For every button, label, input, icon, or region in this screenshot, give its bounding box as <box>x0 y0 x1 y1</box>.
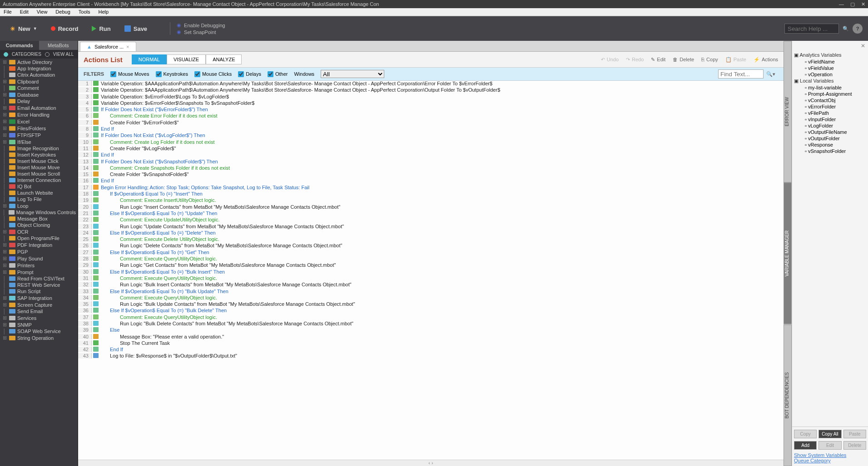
filter-keystrokes[interactable]: Keystrokes <box>156 71 188 77</box>
close-panel-icon[interactable]: ✕ <box>861 43 865 49</box>
sidebar-item[interactable]: ⊞Screen Capture <box>0 301 78 308</box>
sidebar-item[interactable]: │Delay <box>0 98 78 104</box>
mode-visualize[interactable]: VISUALIZE <box>167 54 206 64</box>
tab-bot-dependencies[interactable]: BOT DEPENDENCIES <box>784 324 792 466</box>
code-line[interactable]: 41Stop The Current Task <box>78 340 784 347</box>
sidebar-item[interactable]: │Message Box <box>0 216 78 222</box>
undo-button[interactable]: ↶ Undo <box>601 57 619 63</box>
code-line[interactable]: 27Else If $vOperation$ Equal To (=) "Get… <box>78 250 784 256</box>
sidebar-item[interactable]: │Insert Mouse Scroll <box>0 171 78 177</box>
sidebar-item[interactable]: │Launch Website <box>0 190 78 196</box>
code-line[interactable]: 38Run Logic "Bulk Delete Contacts" from … <box>78 321 784 327</box>
code-line[interactable]: 21Else If $vOperation$ Equal To (=) "Upd… <box>78 211 784 217</box>
code-line[interactable]: 12End If <box>78 152 784 158</box>
code-line[interactable]: 35Run Logic "Bulk Update Contacts" from … <box>78 301 784 308</box>
filter-other[interactable]: Other <box>268 71 288 77</box>
sidebar-item[interactable]: ⊞Email Automation <box>0 104 78 111</box>
code-line[interactable]: 8End If <box>78 126 784 132</box>
tab-commands[interactable]: Commands <box>0 41 39 50</box>
var-add-button[interactable]: Add <box>794 441 817 450</box>
code-line[interactable]: 36Else If $vOperation$ Equal To (=) "Bul… <box>78 308 784 314</box>
search-icon[interactable]: 🔍 <box>843 26 849 32</box>
menu-view[interactable]: View <box>37 9 48 15</box>
var-copy-button[interactable]: Copy <box>794 430 817 438</box>
new-button[interactable]: ☀New▼ <box>5 24 42 34</box>
maximize-icon[interactable]: ▢ <box>850 1 855 7</box>
find-icon[interactable]: 🔍▾ <box>764 71 778 77</box>
var-edit-button[interactable]: Edit <box>818 441 841 450</box>
paste-button[interactable]: 📋 Paste <box>725 57 746 63</box>
show-system-variables-link[interactable]: Show System Variables <box>794 452 866 458</box>
sidebar-item[interactable]: │Object Cloning <box>0 222 78 228</box>
variable-item[interactable]: ▫ vOutputFolder <box>794 135 866 142</box>
sidebar-item[interactable]: │App Integration <box>0 65 78 72</box>
code-line[interactable]: 3Variable Operation: $vErrorFolder$\Logs… <box>78 94 784 100</box>
variable-item[interactable]: ▫ vResponse <box>794 142 866 148</box>
sidebar-item[interactable]: ⊞If/Else <box>0 138 78 145</box>
menu-tools[interactable]: Tools <box>79 9 90 15</box>
local-variables-group[interactable]: ▣ Local Variables <box>794 78 866 84</box>
sidebar-item[interactable]: │IQ Bot <box>0 183 78 190</box>
filter-delays[interactable]: Delays <box>238 71 261 77</box>
sidebar-item[interactable]: ⊞Error Handling <box>0 111 78 118</box>
menu-edit[interactable]: Edit <box>20 9 29 15</box>
mode-normal[interactable]: NORMAL <box>132 54 167 64</box>
filter-mouse-clicks[interactable]: Mouse Clicks <box>194 71 232 77</box>
code-line[interactable]: 16End If <box>78 178 784 184</box>
close-tab-icon[interactable]: × <box>126 44 129 49</box>
code-line[interactable]: 19Comment: Execute InsertUtilityObject l… <box>78 197 784 204</box>
sidebar-item[interactable]: │Comment <box>0 85 78 91</box>
code-line[interactable]: 42End If <box>78 347 784 353</box>
queue-category-link[interactable]: Queue Category <box>794 458 866 463</box>
tab-metabots[interactable]: MetaBots <box>39 41 78 50</box>
variable-item[interactable]: ▫ vOutputFileName <box>794 129 866 135</box>
code-line[interactable]: 43Log to File: $vResponse$ in "$vOutputF… <box>78 353 784 359</box>
help-button[interactable]: ? <box>853 24 863 34</box>
variable-item[interactable]: ▫ my-list-variable <box>794 84 866 91</box>
find-text-input[interactable] <box>718 69 764 78</box>
sidebar-item[interactable]: │Insert Mouse Click <box>0 158 78 164</box>
code-line[interactable]: 24Else If $vOperation$ Equal To (=) "Del… <box>78 230 784 236</box>
sidebar-item[interactable]: │REST Web Service <box>0 282 78 288</box>
sidebar-item[interactable]: ⊞Database <box>0 91 78 98</box>
delete-button[interactable]: 🗑 Delete <box>673 57 694 62</box>
variable-item[interactable]: ▫ vSnapshotFolder <box>794 148 866 154</box>
edit-button[interactable]: ✎ Edit <box>651 57 665 63</box>
sidebar-item[interactable]: │Internet Connection <box>0 177 78 183</box>
code-line[interactable]: 7Create Folder "$vErrorFolder$" <box>78 120 784 126</box>
sidebar-item[interactable]: ⊞Play Sound <box>0 255 78 262</box>
copy-button[interactable]: ⎘ Copy <box>701 57 718 62</box>
record-button[interactable]: Record <box>46 24 83 34</box>
sidebar-item[interactable]: ⊞Printers <box>0 262 78 269</box>
code-line[interactable]: 29Run Logic "Get Contacts" from MetaBot … <box>78 262 784 269</box>
save-button[interactable]: Save <box>120 24 152 34</box>
sidebar-item[interactable]: ⊞Excel <box>0 118 78 125</box>
code-line[interactable]: 32Run Logic "Bulk Insert Contacts" from … <box>78 282 784 288</box>
sidebar-item[interactable]: ⊞Clipboard <box>0 78 78 85</box>
code-line[interactable]: 13If Folder Does Not Exist ("$vSnapshotF… <box>78 159 784 165</box>
var-copyall-button[interactable]: Copy All <box>818 430 841 438</box>
code-line[interactable]: 33Else If $vOperation$ Equal To (=) "Bul… <box>78 289 784 295</box>
filter-mouse-moves[interactable]: Mouse Moves <box>110 71 149 77</box>
code-line[interactable]: 40Message Box: "Please enter a valid ope… <box>78 334 784 340</box>
variable-item[interactable]: ▫ Prompt-Assignment <box>794 91 866 97</box>
code-line[interactable]: 17Begin Error Handling; Action: Stop Tas… <box>78 185 784 191</box>
code-line[interactable]: 34Comment: Execute QueryUtilityObject lo… <box>78 295 784 301</box>
sidebar-item[interactable]: │Read From CSV/Text <box>0 275 78 282</box>
code-line[interactable]: 11Create Folder "$vLogFolder$" <box>78 146 784 152</box>
analytics-variables-group[interactable]: ▣ Analytics Variables <box>794 52 866 59</box>
run-button[interactable]: Run <box>87 24 115 34</box>
categories-radio[interactable] <box>4 52 8 57</box>
variable-item[interactable]: ▫ vLogFolder <box>794 123 866 129</box>
redo-button[interactable]: ↷ Redo <box>626 57 644 63</box>
code-line[interactable]: 1Variable Operation: $AAApplicationPath$… <box>78 81 784 87</box>
variable-item[interactable]: ▫ vContactObj <box>794 97 866 103</box>
search-help-input[interactable] <box>784 24 839 34</box>
sidebar-item[interactable]: ⊞SAP Integration <box>0 294 78 301</box>
sidebar-item[interactable]: │Insert Keystrokes <box>0 152 78 158</box>
code-line[interactable]: 39Else <box>78 327 784 334</box>
sidebar-item[interactable]: ⊞OCR <box>0 228 78 235</box>
code-line[interactable]: 4Variable Operation: $vErrorFolder$\Snap… <box>78 100 784 107</box>
viewall-radio[interactable] <box>45 52 50 57</box>
sidebar-item[interactable]: ⊞Active Directory <box>0 59 78 65</box>
